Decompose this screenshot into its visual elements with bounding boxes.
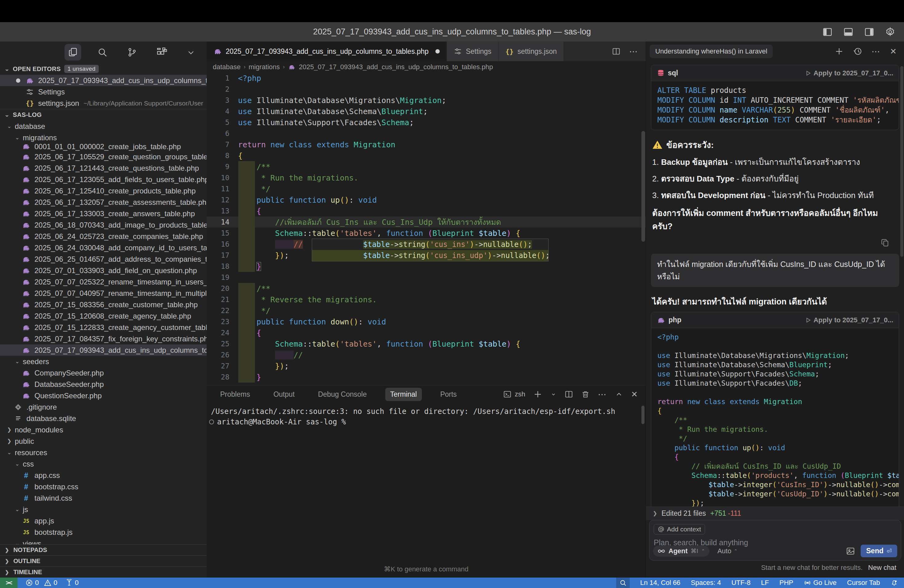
agent-mode-selector[interactable]: Agent ⌘I ⌃ (653, 545, 710, 556)
tree-file[interactable]: 2025_06_17_121443_create_questions_table… (0, 162, 207, 174)
breadcrumb[interactable]: database›migrations›2025_07_17_093943_ad… (207, 61, 646, 73)
tree-file[interactable]: .gitignore (0, 401, 207, 413)
open-editors-header[interactable]: ⌄ OPEN EDITORS 1 unsaved (0, 63, 207, 75)
history-icon[interactable] (853, 47, 862, 56)
caret-down-small[interactable] (550, 391, 556, 397)
tree-file[interactable]: JSbootstrap.js (0, 526, 207, 538)
tree-file[interactable]: 2025_06_18_070343_add_image_to_products_… (0, 219, 207, 231)
terminal-output[interactable]: /Users/aritach/.zshrc:source:3: no such … (207, 403, 646, 427)
sidebar-section-notepads[interactable]: ❯NOTEPADS (0, 544, 207, 555)
tree-folder[interactable]: ⌄seeders (0, 356, 207, 367)
tree-file[interactable]: 2025_07_15_083356_create_customer_table.… (0, 299, 207, 310)
chevron-up-icon[interactable] (615, 390, 623, 398)
files-icon[interactable] (65, 44, 81, 60)
open-editor-item[interactable]: 2025_07_17_093943_add_cus_ins_udp_column… (0, 75, 207, 86)
split-icon[interactable] (564, 390, 573, 398)
remote-indicator[interactable]: >< (0, 577, 17, 588)
copy-icon[interactable] (880, 238, 890, 248)
split-editor-icon[interactable] (612, 47, 621, 56)
trash-icon[interactable] (581, 390, 590, 398)
sidebar-section-outline[interactable]: ❯OUTLINE (0, 555, 207, 566)
chat-scrollbar[interactable] (900, 66, 903, 257)
tree-file[interactable]: 2025_07_15_120608_create_agency_table.ph… (0, 310, 207, 322)
terminal-scrollbar[interactable] (642, 406, 645, 424)
tree-file[interactable]: 2025_07_17_084357_fix_foreign_key_constr… (0, 333, 207, 345)
panel-tab-ports[interactable]: Ports (435, 388, 462, 401)
editor-scrollbar[interactable] (642, 131, 645, 242)
more-icon[interactable]: ⋯ (871, 46, 880, 57)
tree-folder[interactable]: ⌄resources (0, 447, 207, 458)
tree-file[interactable]: 2025_06_17_132057_create_assessments_tab… (0, 196, 207, 208)
search-status-segment[interactable] (616, 577, 630, 588)
new-chat-icon[interactable] (834, 47, 844, 56)
panel-tab-debug-console[interactable]: Debug Console (313, 388, 372, 401)
search-icon[interactable] (94, 44, 111, 60)
tree-file[interactable]: CompanySeeder.php (0, 367, 207, 379)
tree-file[interactable]: 2025_06_17_133003_create_answers_table.p… (0, 208, 207, 219)
problems-status[interactable]: 0 0 (25, 579, 57, 587)
chat-tab[interactable]: Understanding whereHas() in Laravel (650, 44, 773, 58)
more-actions-icon[interactable]: ⋯ (629, 46, 638, 57)
breadcrumb-segment[interactable]: database (213, 63, 241, 71)
bell-icon[interactable] (890, 579, 898, 586)
inline-suggestion-popup[interactable]: $table->string('cus_ins')->nullable();$t… (312, 239, 548, 261)
extensions-icon[interactable] (153, 44, 170, 60)
send-button[interactable]: Send⏎ (861, 545, 897, 557)
tree-file[interactable]: 2025_07_15_122833_create_agency_customer… (0, 322, 207, 333)
toggle-panel-icon[interactable] (843, 27, 853, 37)
toggle-secondary-sidebar-icon[interactable] (864, 27, 874, 37)
go-live-button[interactable]: Go Live (804, 579, 837, 587)
chat-input-box[interactable]: Add context Plan, search, build anything… (649, 520, 901, 561)
tree-file[interactable]: #bootstrap.css (0, 481, 207, 492)
tree-file[interactable]: 2025_06_24_030048_add_company_id_to_user… (0, 242, 207, 253)
add-context-chip[interactable]: Add context (654, 524, 705, 534)
tree-file[interactable]: 2025_07_17_093943_add_cus_ins_udp_column… (0, 345, 207, 356)
tree-folder[interactable]: ❯public (0, 435, 207, 447)
tab-settings-json[interactable]: {}settings.json (498, 41, 564, 61)
tree-file[interactable]: 2025_07_01_033903_add_field_on_question.… (0, 265, 207, 276)
gear-icon[interactable] (885, 27, 895, 37)
apply-button[interactable]: Apply to 2025_07_17_0... (805, 316, 893, 324)
image-icon[interactable] (846, 547, 855, 556)
close-icon[interactable]: ✕ (631, 390, 638, 399)
open-editor-item[interactable]: {}settings.json~/Library/Application Sup… (0, 98, 207, 109)
eol-status[interactable]: LF (761, 579, 769, 587)
language-mode[interactable]: PHP (779, 579, 793, 587)
tree-file[interactable]: DatabaseSeeder.php (0, 379, 207, 390)
open-editor-item[interactable]: Settings (0, 86, 207, 98)
panel-tab-problems[interactable]: Problems (215, 388, 255, 401)
indentation-status[interactable]: Spaces: 4 (691, 579, 721, 587)
new-chat-button[interactable]: New chat (868, 564, 896, 572)
cursor-tab-status[interactable]: Cursor Tab (847, 579, 880, 587)
tree-folder[interactable]: ⌄database (0, 120, 207, 132)
chevron-down-icon[interactable] (183, 44, 199, 60)
breadcrumb-file[interactable]: 2025_07_17_093943_add_cus_ins_udp_column… (299, 63, 493, 71)
tree-file[interactable]: database.sqlite (0, 413, 207, 424)
tree-file[interactable]: 0001_01_01_000002_create_jobs_table.php (0, 143, 207, 151)
tree-folder[interactable]: ❯node_modules (0, 424, 207, 435)
tree-file[interactable]: 2025_06_25_014657_add_address_to_compani… (0, 253, 207, 265)
breadcrumb-segment[interactable]: migrations (249, 63, 280, 71)
tree-file[interactable]: #app.css (0, 469, 207, 481)
code-editor[interactable]: 1<?php23use Illuminate\Database\Migratio… (207, 73, 646, 385)
tree-file[interactable]: 2025_07_07_025322_rename_timestamp_in_us… (0, 276, 207, 288)
tree-file[interactable]: JSapp.js (0, 515, 207, 526)
edited-files-row[interactable]: ❯ Edited 21 files +751-111 (646, 506, 904, 520)
sidebar-section-timeline[interactable]: ❯TIMELINE (0, 566, 207, 577)
apply-button[interactable]: Apply to 2025_07_17_0... (805, 69, 893, 77)
tree-file[interactable]: 2025_07_07_040957_rename_timestamp_in_mu… (0, 288, 207, 299)
model-selector[interactable]: Auto⌃ (718, 547, 738, 555)
tree-file[interactable]: 2025_06_17_123055_add_fields_to_users_ta… (0, 174, 207, 185)
toggle-sidebar-icon[interactable] (822, 27, 833, 37)
panel-tab-terminal[interactable]: Terminal (385, 388, 422, 401)
tree-folder[interactable]: ⌄css (0, 458, 207, 469)
tree-folder[interactable]: ⌄migrations (0, 132, 207, 143)
ports-status[interactable]: 0 (65, 579, 79, 587)
tree-folder[interactable]: ⌄js (0, 504, 207, 515)
project-root-header[interactable]: ⌄ SAS-LOG (0, 109, 207, 120)
plus-icon[interactable] (533, 390, 542, 399)
close-icon[interactable]: ✕ (890, 47, 897, 56)
tree-file[interactable]: QuestionSeeder.php (0, 390, 207, 401)
tab-2025-07-17-093943-add-cus-ins-udp-columns-to-tables-php[interactable]: 2025_07_17_093943_add_cus_ins_udp_column… (207, 41, 447, 61)
tree-file[interactable]: 2025_06_17_125410_create_products_table.… (0, 185, 207, 196)
